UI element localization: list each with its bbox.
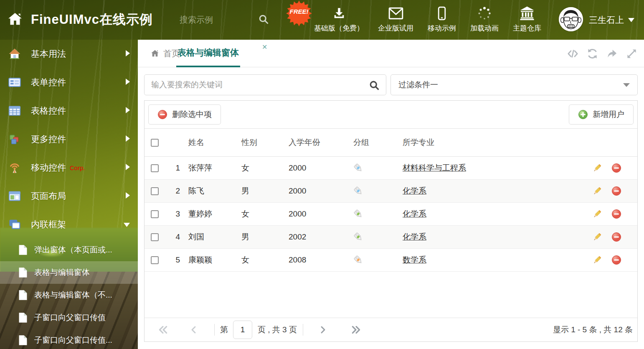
sidebar-subitem-grid-edit-window-2[interactable]: 表格与编辑窗体（不... — [0, 284, 138, 306]
filter-dropdown[interactable]: 过滤条件一 — [390, 74, 638, 95]
next-page-button[interactable] — [318, 325, 328, 335]
edit-pencil-icon[interactable] — [592, 209, 602, 219]
sidebar-item-mobile-controls[interactable]: 移动控件Corp. — [0, 153, 138, 182]
sidebar-item-label: 表格控件 — [31, 105, 66, 117]
row-checkbox[interactable] — [151, 256, 159, 264]
cell-gender: 男 — [241, 232, 289, 242]
add-user-button[interactable]: 新增用户 — [569, 104, 634, 125]
major-link[interactable]: 材料科学与工程系 — [403, 163, 466, 172]
download-icon — [332, 5, 346, 21]
cell-name: 陈飞 — [180, 186, 241, 196]
delete-row-icon[interactable] — [611, 186, 621, 196]
sidebar-subitem-child-to-parent-2[interactable]: 子窗口向父窗口传值... — [0, 329, 138, 349]
chevron-down-icon — [628, 18, 634, 23]
tag-icon-green[interactable] — [353, 209, 363, 219]
chevron-right-icon — [125, 49, 130, 59]
column-header-gender[interactable]: 性别 — [241, 137, 289, 148]
edit-pencil-icon[interactable] — [592, 232, 602, 242]
keyword-search-input[interactable] — [145, 75, 386, 95]
header-search — [180, 12, 269, 28]
sidebar-subitem-label: 表格与编辑窗体（不... — [34, 290, 112, 301]
sidebar-subitem-grid-edit-window[interactable]: 表格与编辑窗体 — [0, 261, 138, 284]
row-checkbox[interactable] — [151, 233, 159, 241]
major-link[interactable]: 化学系 — [403, 232, 426, 241]
first-page-button[interactable] — [157, 324, 168, 335]
search-icon[interactable] — [368, 79, 380, 93]
nav-item-basic[interactable]: 基础版（免费） — [314, 5, 364, 33]
refresh-icon[interactable] — [587, 48, 598, 61]
delete-row-icon[interactable] — [611, 255, 621, 265]
tag-icon-blue[interactable] — [353, 186, 363, 196]
page-number-input[interactable] — [233, 321, 252, 339]
sidebar-item-label: 更多控件 — [31, 133, 66, 145]
tab-grid-edit[interactable]: 表格与编辑窗体 — [176, 40, 240, 67]
tag-icon-orange[interactable] — [353, 255, 363, 265]
add-user-label: 新增用户 — [593, 109, 624, 120]
search-icon[interactable] — [258, 13, 269, 27]
column-header-year[interactable]: 入学年份 — [289, 137, 353, 148]
sidebar-item-grid-controls[interactable]: 表格控件 — [0, 97, 138, 125]
home-icon — [150, 49, 160, 58]
nav-item-enterprise[interactable]: 企业版试用 — [378, 5, 413, 33]
avatar[interactable] — [559, 7, 583, 31]
nav-item-theme[interactable]: 主题仓库 — [513, 5, 541, 33]
sidebar: 基本用法表单控件表格控件更多控件移动控件Corp.页面布局内联框架弹出窗体（本页… — [0, 40, 138, 349]
source-code-icon[interactable] — [567, 48, 578, 61]
expand-icon[interactable] — [626, 48, 637, 61]
sidebar-item-basic-usage[interactable]: 基本用法 — [0, 40, 138, 68]
column-header-group[interactable]: 分组 — [353, 137, 403, 148]
edit-pencil-icon[interactable] — [592, 186, 602, 196]
sidebar-item-form-controls[interactable]: 表单控件 — [0, 68, 138, 97]
column-header-name[interactable]: 姓名 — [180, 137, 241, 148]
tab-grid-edit-label: 表格与编辑窗体 — [177, 47, 239, 59]
delete-selected-button[interactable]: 删除选中项 — [148, 104, 221, 125]
last-page-button[interactable] — [351, 324, 362, 335]
sidebar-subitem-label: 子窗口向父窗口传值 — [34, 312, 106, 323]
column-header-major[interactable]: 所学专业 — [403, 137, 592, 148]
tab-close-icon[interactable]: ✕ — [262, 43, 267, 51]
tab-home[interactable]: 首页 — [150, 40, 180, 67]
row-number: 3 — [175, 209, 180, 219]
tag-icon-green[interactable] — [353, 232, 363, 242]
sidebar-item-page-layout[interactable]: 页面布局 — [0, 182, 138, 210]
nav-item-mobile[interactable]: 移动示例 — [428, 5, 456, 33]
nav-item-label: 移动示例 — [428, 23, 456, 33]
delete-row-icon[interactable] — [611, 232, 621, 242]
select-all-checkbox[interactable] — [151, 139, 159, 147]
form-icon — [8, 76, 21, 89]
row-checkbox[interactable] — [151, 164, 159, 172]
sidebar-subitem-child-to-parent[interactable]: 子窗口向父窗口传值 — [0, 306, 138, 329]
table-row: 5康颖颖女2008数学系 — [145, 249, 637, 272]
share-icon[interactable] — [606, 48, 618, 61]
home-icon[interactable] — [7, 11, 23, 28]
row-checkbox[interactable] — [151, 187, 159, 195]
delete-row-icon[interactable] — [611, 209, 621, 219]
major-link[interactable]: 数学系 — [403, 255, 426, 264]
header-search-input[interactable] — [180, 12, 251, 28]
cell-name: 张萍萍 — [180, 163, 241, 173]
major-link[interactable]: 化学系 — [403, 186, 426, 195]
header-nav: 基础版（免费）企业版试用移动示例加载动画主题仓库 — [314, 5, 555, 33]
table-icon — [8, 104, 21, 117]
table-row: 4刘国男2002化学系 — [145, 226, 637, 249]
edit-pencil-icon[interactable] — [592, 255, 602, 265]
nav-item-loading[interactable]: 加载动画 — [470, 5, 499, 33]
edit-pencil-icon[interactable] — [592, 163, 602, 173]
minus-circle-icon — [157, 110, 167, 120]
tag-icon-blue[interactable] — [353, 163, 363, 173]
filter-dropdown-value: 过滤条件一 — [398, 79, 438, 90]
sidebar-item-inline-frame[interactable]: 内联框架 — [0, 210, 138, 239]
delete-row-icon[interactable] — [611, 163, 621, 173]
sidebar-subitem-popup-window[interactable]: 弹出窗体（本页面或... — [0, 239, 138, 261]
row-checkbox[interactable] — [151, 210, 159, 218]
chevron-right-icon — [125, 191, 130, 201]
sidebar-item-more-controls[interactable]: 更多控件 — [0, 125, 138, 153]
pagination-bar: 第 页 , 共 3 页 显示 1 - 5 条 , 共 12 条 — [145, 318, 637, 341]
record-summary: 显示 1 - 5 条 , 共 12 条 — [553, 324, 633, 335]
app-header: FineUIMvc在线示例 FREE! 基础版（免费）企业版试用移动示例加载动画… — [0, 0, 644, 40]
major-link[interactable]: 化学系 — [403, 209, 426, 218]
prev-page-button[interactable] — [189, 325, 199, 335]
user-menu[interactable]: 三生石上 — [589, 14, 634, 26]
document-icon — [18, 267, 28, 278]
plus-circle-icon — [578, 110, 588, 120]
